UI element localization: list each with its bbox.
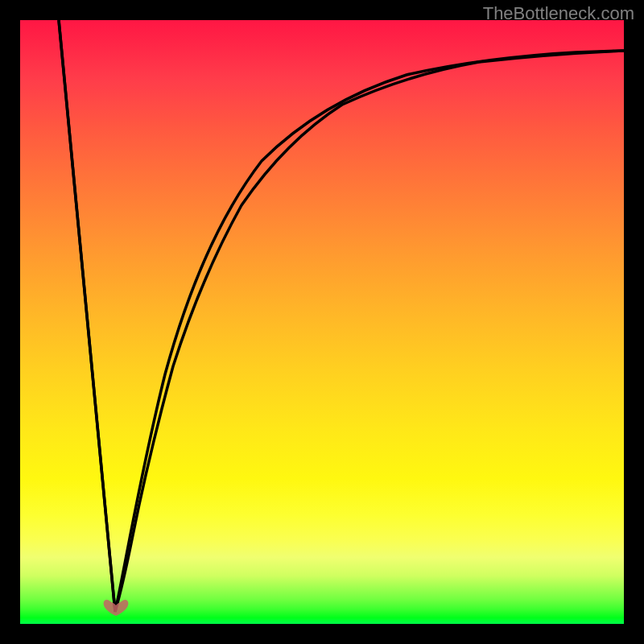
chart-plot-area — [20, 20, 624, 624]
watermark-text: TheBottleneck.com — [483, 3, 634, 24]
heart-marker-icon — [102, 598, 130, 617]
bottleneck-curve — [20, 20, 624, 624]
